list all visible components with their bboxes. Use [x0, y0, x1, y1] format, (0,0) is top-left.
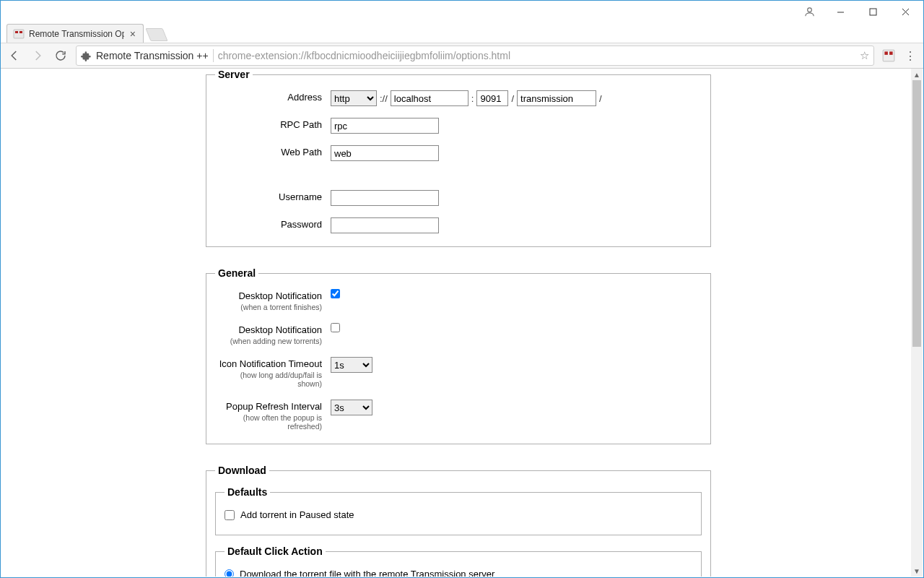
notify-finish-hint: (when a torrent finishes)	[215, 303, 322, 311]
username-label: Username	[215, 190, 331, 202]
svg-rect-6	[15, 31, 18, 33]
defaults-legend: Defaults	[225, 486, 270, 498]
chrome-menu-button[interactable]: ⋮	[903, 49, 918, 63]
icon-timeout-select[interactable]: 1s	[331, 357, 372, 373]
scroll-up-icon[interactable]: ▲	[911, 69, 923, 80]
url-sep: /	[511, 93, 514, 104]
rpc-path-label: RPC Path	[215, 118, 331, 130]
svg-rect-5	[14, 30, 24, 38]
popup-interval-select[interactable]: 3s	[331, 400, 372, 415]
extension-icon	[81, 51, 92, 61]
forward-button[interactable]	[30, 48, 45, 64]
url-sep: ://	[380, 93, 388, 104]
notify-add-label: Desktop Notification	[238, 324, 322, 335]
svg-rect-10	[889, 51, 893, 55]
vertical-scrollbar[interactable]: ▲ ▼	[911, 69, 923, 577]
server-fieldset: Server Address http :// : / / RPC Path	[206, 69, 711, 247]
host-input[interactable]	[391, 90, 468, 106]
svg-rect-2	[870, 9, 876, 15]
rpc-path-input[interactable]	[331, 118, 439, 134]
add-paused-checkbox[interactable]	[225, 510, 235, 520]
svg-rect-9	[884, 51, 888, 55]
click-remote-download-label: Download the torrent file with the remot…	[240, 569, 494, 577]
svg-rect-7	[19, 31, 22, 33]
chrome-account-icon[interactable]	[798, 1, 820, 22]
scroll-down-icon[interactable]: ▼	[911, 565, 923, 577]
notify-add-hint: (when adding new torrents)	[215, 337, 322, 345]
window-close-button[interactable]	[889, 1, 922, 22]
svg-point-0	[807, 7, 811, 12]
path-input[interactable]	[517, 90, 596, 106]
scrollbar-thumb[interactable]	[912, 80, 921, 347]
tab-favicon-icon	[13, 28, 25, 40]
default-click-fieldset: Default Click Action Download the torren…	[215, 545, 702, 577]
browser-tab[interactable]: Remote Transmission Op ×	[6, 24, 144, 43]
address-label: Address	[215, 90, 331, 103]
server-legend: Server	[215, 69, 253, 80]
username-input[interactable]	[331, 190, 439, 206]
reload-button[interactable]	[53, 48, 69, 64]
url-separator	[213, 49, 214, 62]
url-sep: :	[471, 93, 474, 104]
download-fieldset: Download Defaults Add torrent in Paused …	[206, 465, 711, 577]
protocol-select[interactable]: http	[331, 90, 377, 106]
browser-toolbar: Remote Transmission ++ chrome-extension:…	[1, 43, 923, 69]
click-remote-download-radio[interactable]	[225, 569, 234, 577]
password-input[interactable]	[331, 217, 439, 233]
popup-interval-hint: (how often the popup is refreshed)	[215, 413, 322, 431]
defaults-fieldset: Defaults Add torrent in Paused state	[215, 486, 702, 535]
notify-finish-checkbox[interactable]	[331, 289, 340, 298]
new-tab-button[interactable]	[145, 28, 167, 41]
general-legend: General	[215, 267, 258, 279]
url-text: chrome-extension://kfbocdnicmioodheiciij…	[218, 50, 510, 61]
tab-title: Remote Transmission Op	[29, 29, 124, 39]
url-page-title: Remote Transmission ++	[96, 50, 209, 61]
tab-close-icon[interactable]: ×	[128, 28, 137, 40]
web-path-input[interactable]	[331, 145, 439, 161]
web-path-label: Web Path	[215, 145, 331, 158]
url-sep: /	[599, 93, 602, 104]
back-button[interactable]	[6, 48, 22, 64]
notify-add-checkbox[interactable]	[331, 323, 340, 332]
window-minimize-button[interactable]	[824, 1, 857, 22]
download-legend: Download	[215, 465, 269, 476]
icon-timeout-hint: (how long add/dup/fail is shown)	[215, 371, 322, 388]
port-input[interactable]	[476, 90, 508, 106]
password-label: Password	[215, 217, 331, 230]
page-content: Server Address http :// : / / RPC Path	[1, 69, 911, 577]
url-bar[interactable]: Remote Transmission ++ chrome-extension:…	[76, 46, 874, 66]
general-fieldset: General Desktop Notification (when a tor…	[206, 267, 711, 444]
default-click-legend: Default Click Action	[225, 545, 326, 557]
bookmark-star-icon[interactable]: ☆	[860, 49, 869, 62]
tab-strip: Remote Transmission Op ×	[1, 22, 923, 43]
add-paused-label: Add torrent in Paused state	[240, 509, 354, 520]
window-maximize-button[interactable]	[857, 1, 889, 22]
notify-finish-label: Desktop Notification	[238, 290, 322, 301]
popup-interval-label: Popup Refresh Interval	[226, 401, 322, 412]
window-titlebar	[1, 1, 923, 22]
icon-timeout-label: Icon Notification Timeout	[219, 358, 322, 369]
extension-transmission-icon[interactable]	[881, 48, 896, 63]
